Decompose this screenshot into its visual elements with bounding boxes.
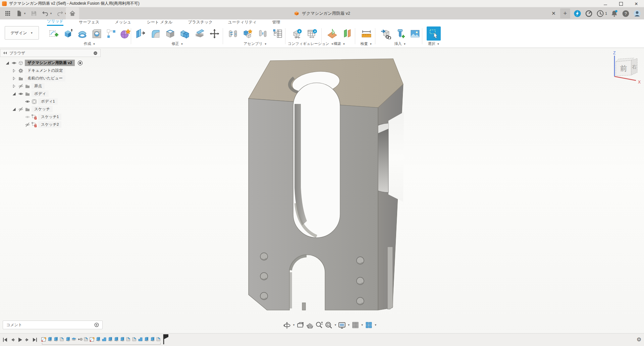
viewports-button[interactable]: ▼ xyxy=(365,321,377,329)
timeline-feature-extrude-14[interactable] xyxy=(119,336,125,342)
ribbon-group-label[interactable]: アセンブリ ▼ xyxy=(225,41,285,46)
notifications-button[interactable] xyxy=(610,9,619,18)
shell-button[interactable] xyxy=(163,26,177,41)
browser-header[interactable]: ブラウザ xyxy=(0,49,101,57)
maximize-button[interactable] xyxy=(613,0,629,7)
grid-settings-button[interactable]: ▼ xyxy=(351,321,364,329)
orbit-button[interactable]: ▼ xyxy=(283,321,295,329)
file-button[interactable]: ▼ xyxy=(14,8,28,18)
ribbon-tab-6[interactable]: ユーティリティ xyxy=(228,19,257,26)
ribbon-group-label[interactable]: 作成 ▼ xyxy=(47,41,132,46)
close-tab-icon[interactable]: ✕ xyxy=(550,10,557,16)
close-button[interactable]: ✕ xyxy=(629,0,644,7)
browser-item-1[interactable]: ザクマシンガン用防盾 v2 xyxy=(0,59,101,67)
timeline-feature-move-7[interactable] xyxy=(77,336,83,342)
select-button[interactable] xyxy=(427,26,441,41)
timeline-playhead[interactable] xyxy=(163,334,168,345)
configure-button[interactable] xyxy=(290,26,304,41)
new-tab-button[interactable]: + xyxy=(560,8,570,18)
skip-start-button[interactable] xyxy=(2,337,8,343)
pan-button[interactable] xyxy=(306,321,314,329)
browser-item-label[interactable]: 原点 xyxy=(32,83,45,89)
move-button[interactable] xyxy=(207,26,221,41)
minimize-button[interactable] xyxy=(598,0,613,7)
timeline-feature-extrude-3[interactable] xyxy=(53,336,59,342)
ribbon-tab-2[interactable]: サーフェス xyxy=(79,19,99,26)
timeline-feature-extrude-13[interactable] xyxy=(113,336,119,342)
browser-item-label[interactable]: スケッチ1 xyxy=(38,114,61,120)
expander-collapsed-icon[interactable] xyxy=(11,68,17,73)
document-tab[interactable]: ザクマシンガン用防盾 v2 xyxy=(294,7,350,19)
skip-end-button[interactable] xyxy=(32,337,38,343)
ribbon-group-label[interactable]: 検査 ▼ xyxy=(358,41,375,46)
app-grid-button[interactable] xyxy=(3,8,13,18)
browser-item-label[interactable]: ザクマシンガン用防盾 v2 xyxy=(25,60,75,66)
step-back-button[interactable] xyxy=(9,337,16,343)
timeline-feature-step-17[interactable] xyxy=(138,336,143,342)
create-form-button[interactable] xyxy=(118,26,132,41)
bom-button[interactable] xyxy=(270,26,284,41)
extensions-button[interactable] xyxy=(573,9,582,18)
revolve-button[interactable] xyxy=(75,26,89,41)
config-table-button[interactable] xyxy=(305,26,319,41)
step-forward-button[interactable] xyxy=(24,337,31,343)
home-view-button[interactable] xyxy=(66,7,79,19)
view-cube[interactable]: Z X 前 右 xyxy=(610,50,644,86)
ribbon-tab-3[interactable]: メッシュ xyxy=(115,19,131,26)
ribbon-group-label[interactable]: 修正 ▼ xyxy=(133,41,221,46)
browser-item-label[interactable]: 名前の付いたビュー xyxy=(25,75,65,81)
timeline-feature-sketch-1[interactable] xyxy=(41,336,47,342)
visibility-eye-icon[interactable] xyxy=(25,99,30,104)
timeline-feature-extrude-19[interactable] xyxy=(150,336,155,342)
offset-plane-button[interactable] xyxy=(340,26,354,41)
timeline-feature-offset-6[interactable] xyxy=(71,336,77,342)
browser-item-label[interactable]: ドキュメントの設定 xyxy=(25,67,65,74)
job-status-button[interactable] xyxy=(585,9,593,18)
expander-collapsed-icon[interactable] xyxy=(11,83,17,89)
profile-button[interactable] xyxy=(633,9,641,18)
press-pull-button[interactable] xyxy=(133,26,148,41)
look-at-button[interactable] xyxy=(296,321,305,329)
joint-button[interactable] xyxy=(226,26,240,41)
extrude-button[interactable] xyxy=(61,26,75,41)
ribbon-tab-4[interactable]: シート メタル xyxy=(147,19,172,26)
timeline-feature-sketch-9[interactable] xyxy=(89,336,95,342)
display-settings-button[interactable]: ▼ xyxy=(338,321,350,329)
timeline-settings-gear-icon[interactable]: ⚙ xyxy=(637,336,641,343)
new-component-button[interactable] xyxy=(241,26,255,41)
fillet-button[interactable] xyxy=(148,26,162,41)
construction-plane-button[interactable] xyxy=(325,26,339,41)
create-sketch-button[interactable] xyxy=(47,26,61,41)
timeline-feature-extrude-12[interactable] xyxy=(107,336,113,342)
workspace-selector[interactable]: デザイン ▼ xyxy=(5,26,39,40)
collapse-left-icon[interactable] xyxy=(3,51,7,55)
ribbon-group-label[interactable]: 選択 ▼ xyxy=(425,41,443,46)
insert-derive-button[interactable] xyxy=(378,26,392,41)
browser-item-8[interactable]: スケッチ1 xyxy=(0,113,101,121)
ribbon-group-label[interactable]: コンフィギュレーション ▼ xyxy=(288,41,321,46)
pattern-button[interactable] xyxy=(104,26,118,41)
undo-button[interactable]: ▼ xyxy=(40,8,54,18)
visibility-eye-icon[interactable] xyxy=(18,107,23,112)
browser-item-2[interactable]: ドキュメントの設定 xyxy=(0,67,101,74)
expander-collapsed-icon[interactable] xyxy=(11,76,17,81)
visibility-eye-icon[interactable] xyxy=(25,114,30,120)
timeline-feature-extrude-10[interactable] xyxy=(95,336,101,342)
data-panel-button[interactable]: 1 xyxy=(596,9,607,18)
browser-item-7[interactable]: スケッチ xyxy=(0,105,101,113)
save-button[interactable] xyxy=(29,8,39,18)
browser-item-label[interactable]: スケッチ2 xyxy=(38,121,61,128)
visibility-eye-icon[interactable] xyxy=(18,83,23,89)
fit-button[interactable]: ▼ xyxy=(324,321,337,329)
timeline-feature-extrude-2[interactable] xyxy=(47,336,53,342)
visibility-eye-icon[interactable] xyxy=(25,122,30,127)
visibility-eye-icon[interactable] xyxy=(18,91,23,97)
comment-bar[interactable]: コメント xyxy=(3,321,103,329)
display-mode-dot-icon[interactable] xyxy=(93,51,98,55)
browser-item-label[interactable]: ボディ xyxy=(32,91,49,97)
timeline-feature-chamfer-20[interactable] xyxy=(156,336,161,342)
zoom-button[interactable] xyxy=(315,321,323,329)
add-comment-icon[interactable] xyxy=(94,323,99,327)
timeline-feature-chamfer-15[interactable] xyxy=(125,336,131,342)
activate-radio-icon[interactable] xyxy=(77,60,83,66)
